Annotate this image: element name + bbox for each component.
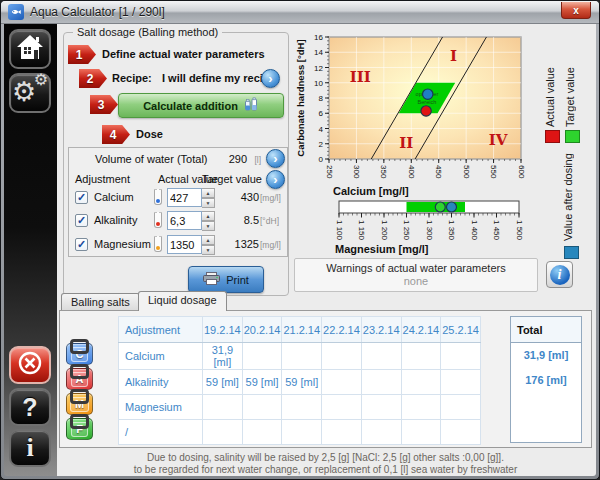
svg-text:0: 0 (319, 155, 324, 164)
dosage-table: Adjustment19.2.1420.2.1421.2.1422.2.1423… (118, 316, 481, 445)
dosage-cell (282, 420, 322, 445)
dosage-cell (282, 343, 322, 370)
printer-icon (203, 272, 220, 287)
dosage-cell (242, 395, 282, 420)
home-button[interactable] (9, 29, 51, 69)
svg-text:1 350: 1 350 (447, 220, 456, 241)
parameters-info-button[interactable]: i (546, 261, 573, 288)
dosage-cell (322, 420, 362, 445)
volume-edit-button[interactable]: › (266, 149, 285, 168)
adjustment-header: Adjustment (75, 173, 130, 185)
dosage-cell: 59 [ml] (242, 370, 282, 395)
canister-icon: A (66, 368, 93, 390)
settings-button[interactable]: ⚙ ⚙ (9, 73, 51, 113)
salinity-note: Due to dosing, salinity will be raised b… (59, 452, 592, 476)
recipe-picker-button[interactable]: › (261, 69, 280, 88)
svg-text:1 450: 1 450 (492, 220, 501, 241)
chevron-right-icon: › (273, 151, 277, 166)
canister-icon: F (66, 418, 93, 440)
recipe-value: I will define my recipe (162, 69, 276, 88)
print-button[interactable]: Print (188, 266, 264, 293)
calcium-spinner[interactable]: ▲▼ (202, 188, 215, 207)
date-column-header: 25.2.14 (441, 317, 481, 343)
svg-text:Carbonate hardness [°dH]: Carbonate hardness [°dH] (295, 39, 306, 156)
tab-liquid-dosage[interactable]: Liquid dosage (138, 291, 227, 311)
dosage-cell (242, 420, 282, 445)
volume-label: Volume of water (Total) (95, 153, 208, 165)
spin-down-icon[interactable]: ▼ (202, 198, 215, 208)
magnesium-unit: [mg/l] (260, 240, 284, 250)
step-4-badge: 4 (102, 125, 130, 144)
dosage-cell (361, 395, 401, 420)
svg-text:600: 600 (517, 165, 526, 179)
dosage-row-label: Calcium (119, 343, 203, 370)
spin-down-icon[interactable]: ▼ (202, 245, 215, 255)
dosage-cell (441, 343, 481, 370)
dosage-cell (361, 343, 401, 370)
warnings-title: Warnings of actual water parameters (295, 262, 537, 274)
date-column-header: 20.2.14 (242, 317, 282, 343)
canister-icon: C (66, 343, 93, 365)
exit-button[interactable] (9, 346, 51, 384)
total-value: 176 [ml] (511, 368, 581, 393)
svg-text:1 200: 1 200 (380, 220, 389, 241)
dosage-cell (203, 420, 243, 445)
magnesium-spinner[interactable]: ▲▼ (202, 235, 215, 254)
date-column-header: 22.2.14 (322, 317, 362, 343)
dosage-cell (203, 395, 243, 420)
alkalinity-actual-input[interactable] (167, 211, 202, 230)
svg-text:250: 250 (325, 165, 334, 179)
dosage-cell (401, 420, 441, 445)
dosage-row: Alkalinity59 [ml]59 [ml]59 [ml] (119, 370, 481, 395)
magnesium-actual-input[interactable] (167, 235, 202, 254)
total-value: 31,9 [ml] (511, 343, 581, 368)
main-area: Salt dosage (Balling method) 1 Define ac… (57, 24, 596, 476)
titlebar[interactable]: Aqua Calculator [1 / 290l] x (1, 1, 599, 24)
alkalinity-spinner[interactable]: ▲▼ (202, 211, 215, 230)
home-icon (15, 33, 45, 65)
date-column-header: 21.2.14 (282, 317, 322, 343)
svg-text:1 250: 1 250 (402, 220, 411, 241)
spin-up-icon[interactable]: ▲ (202, 235, 215, 245)
adjustment-column-header: Adjustment (119, 317, 203, 343)
svg-text:350: 350 (379, 165, 388, 179)
dosage-row: / (119, 420, 481, 445)
calcium-label: Calcium (94, 191, 134, 203)
dosage-cell (441, 370, 481, 395)
alkalinity-checkbox[interactable]: ✓ (75, 214, 88, 227)
svg-text:10: 10 (314, 79, 323, 88)
volume-value: 290 (217, 153, 247, 165)
vials-icon (244, 97, 259, 114)
calcium-checkbox[interactable]: ✓ (75, 191, 88, 204)
help-button[interactable]: ? (9, 388, 51, 426)
spin-up-icon[interactable]: ▲ (202, 211, 215, 221)
alkalinity-label: Alkalinity (94, 214, 137, 226)
calculate-addition-button[interactable]: Calculate addition (118, 93, 284, 118)
dosage-cell (401, 395, 441, 420)
legend-target-swatch (565, 130, 580, 143)
gear-icon: ⚙ ⚙ (12, 75, 48, 111)
alkalinity-unit: [°dH] (260, 216, 284, 226)
calcium-actual-input[interactable] (167, 188, 202, 207)
spin-down-icon[interactable]: ▼ (202, 221, 215, 231)
magnesium-checkbox[interactable]: ✓ (75, 238, 88, 251)
legend-after-dosing-swatch (564, 246, 579, 259)
svg-text:8: 8 (319, 94, 324, 103)
step-3-badge: 3 (90, 95, 118, 114)
tab-balling-salts[interactable]: Balling salts (61, 293, 140, 311)
dosage-cell (322, 395, 362, 420)
dosage-cell (361, 370, 401, 395)
spin-up-icon[interactable]: ▲ (202, 188, 215, 198)
window-close-button[interactable]: x (561, 2, 591, 19)
step-4-label: Dose (136, 125, 163, 144)
volume-unit: [l] (254, 155, 261, 165)
chart-panel: IIIIIIIVoptimalerBereich2503003504004505… (293, 31, 541, 257)
about-button[interactable]: i (9, 429, 51, 467)
dosage-cell: 59 [ml] (203, 370, 243, 395)
target-edit-button[interactable]: › (266, 170, 285, 189)
alkalinity-test-icon (154, 212, 162, 228)
warnings-panel: Warnings of actual water parameters none (294, 258, 538, 292)
date-column-header: 24.2.14 (401, 317, 441, 343)
svg-text:1 400: 1 400 (470, 220, 479, 241)
step-1-label: Define actual water parameters (102, 45, 265, 64)
